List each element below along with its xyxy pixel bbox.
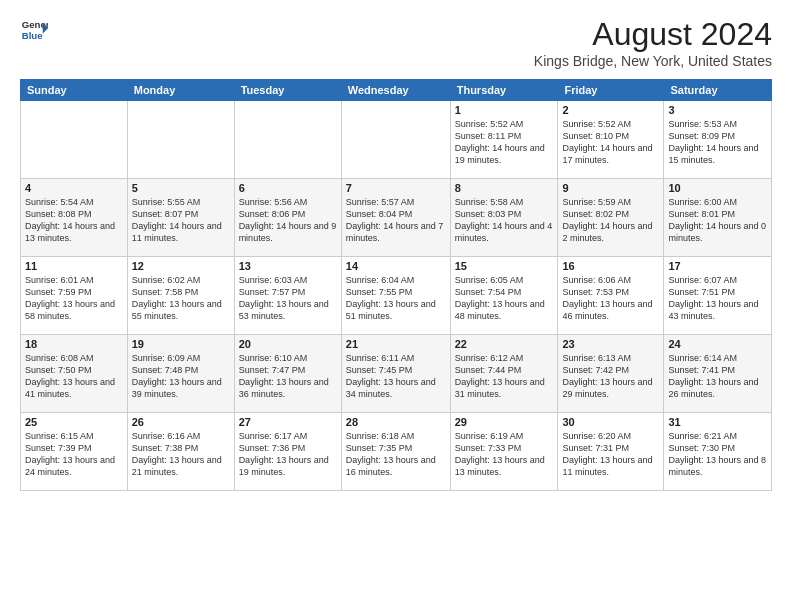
- day-info: Sunrise: 6:18 AM Sunset: 7:35 PM Dayligh…: [346, 430, 446, 479]
- calendar-cell: 6Sunrise: 5:56 AM Sunset: 8:06 PM Daylig…: [234, 179, 341, 257]
- day-number: 2: [562, 104, 659, 116]
- day-info: Sunrise: 6:00 AM Sunset: 8:01 PM Dayligh…: [668, 196, 767, 245]
- header-friday: Friday: [558, 80, 664, 101]
- day-number: 6: [239, 182, 337, 194]
- day-number: 10: [668, 182, 767, 194]
- day-number: 11: [25, 260, 123, 272]
- logo-icon: General Blue: [20, 16, 48, 44]
- calendar-cell: 18Sunrise: 6:08 AM Sunset: 7:50 PM Dayli…: [21, 335, 128, 413]
- svg-text:Blue: Blue: [22, 30, 43, 41]
- day-number: 23: [562, 338, 659, 350]
- day-info: Sunrise: 5:55 AM Sunset: 8:07 PM Dayligh…: [132, 196, 230, 245]
- calendar-cell: 13Sunrise: 6:03 AM Sunset: 7:57 PM Dayli…: [234, 257, 341, 335]
- day-number: 9: [562, 182, 659, 194]
- calendar-cell: 10Sunrise: 6:00 AM Sunset: 8:01 PM Dayli…: [664, 179, 772, 257]
- calendar-cell: 14Sunrise: 6:04 AM Sunset: 7:55 PM Dayli…: [341, 257, 450, 335]
- calendar-cell: 28Sunrise: 6:18 AM Sunset: 7:35 PM Dayli…: [341, 413, 450, 491]
- calendar-cell: 19Sunrise: 6:09 AM Sunset: 7:48 PM Dayli…: [127, 335, 234, 413]
- calendar-cell: 21Sunrise: 6:11 AM Sunset: 7:45 PM Dayli…: [341, 335, 450, 413]
- day-info: Sunrise: 6:16 AM Sunset: 7:38 PM Dayligh…: [132, 430, 230, 479]
- day-info: Sunrise: 6:01 AM Sunset: 7:59 PM Dayligh…: [25, 274, 123, 323]
- calendar-cell: 8Sunrise: 5:58 AM Sunset: 8:03 PM Daylig…: [450, 179, 558, 257]
- calendar-cell: 12Sunrise: 6:02 AM Sunset: 7:58 PM Dayli…: [127, 257, 234, 335]
- day-info: Sunrise: 5:54 AM Sunset: 8:08 PM Dayligh…: [25, 196, 123, 245]
- calendar-cell: 25Sunrise: 6:15 AM Sunset: 7:39 PM Dayli…: [21, 413, 128, 491]
- day-info: Sunrise: 6:12 AM Sunset: 7:44 PM Dayligh…: [455, 352, 554, 401]
- header-sunday: Sunday: [21, 80, 128, 101]
- calendar-cell: [234, 101, 341, 179]
- header: General Blue August 2024 Kings Bridge, N…: [20, 16, 772, 69]
- calendar-cell: [341, 101, 450, 179]
- weekday-header-row: Sunday Monday Tuesday Wednesday Thursday…: [21, 80, 772, 101]
- location: Kings Bridge, New York, United States: [534, 53, 772, 69]
- calendar-cell: 23Sunrise: 6:13 AM Sunset: 7:42 PM Dayli…: [558, 335, 664, 413]
- day-info: Sunrise: 6:03 AM Sunset: 7:57 PM Dayligh…: [239, 274, 337, 323]
- day-number: 31: [668, 416, 767, 428]
- calendar-cell: 24Sunrise: 6:14 AM Sunset: 7:41 PM Dayli…: [664, 335, 772, 413]
- day-info: Sunrise: 6:06 AM Sunset: 7:53 PM Dayligh…: [562, 274, 659, 323]
- day-number: 27: [239, 416, 337, 428]
- calendar-cell: 16Sunrise: 6:06 AM Sunset: 7:53 PM Dayli…: [558, 257, 664, 335]
- calendar-cell: 30Sunrise: 6:20 AM Sunset: 7:31 PM Dayli…: [558, 413, 664, 491]
- day-number: 1: [455, 104, 554, 116]
- day-info: Sunrise: 5:58 AM Sunset: 8:03 PM Dayligh…: [455, 196, 554, 245]
- calendar-cell: 29Sunrise: 6:19 AM Sunset: 7:33 PM Dayli…: [450, 413, 558, 491]
- calendar-cell: 4Sunrise: 5:54 AM Sunset: 8:08 PM Daylig…: [21, 179, 128, 257]
- day-info: Sunrise: 6:02 AM Sunset: 7:58 PM Dayligh…: [132, 274, 230, 323]
- day-number: 20: [239, 338, 337, 350]
- day-number: 12: [132, 260, 230, 272]
- day-number: 15: [455, 260, 554, 272]
- day-number: 18: [25, 338, 123, 350]
- day-info: Sunrise: 5:57 AM Sunset: 8:04 PM Dayligh…: [346, 196, 446, 245]
- day-number: 5: [132, 182, 230, 194]
- calendar-cell: 2Sunrise: 5:52 AM Sunset: 8:10 PM Daylig…: [558, 101, 664, 179]
- day-info: Sunrise: 5:59 AM Sunset: 8:02 PM Dayligh…: [562, 196, 659, 245]
- day-number: 29: [455, 416, 554, 428]
- calendar-cell: 1Sunrise: 5:52 AM Sunset: 8:11 PM Daylig…: [450, 101, 558, 179]
- day-info: Sunrise: 6:14 AM Sunset: 7:41 PM Dayligh…: [668, 352, 767, 401]
- day-info: Sunrise: 6:15 AM Sunset: 7:39 PM Dayligh…: [25, 430, 123, 479]
- header-saturday: Saturday: [664, 80, 772, 101]
- page: General Blue August 2024 Kings Bridge, N…: [0, 0, 792, 612]
- day-info: Sunrise: 6:13 AM Sunset: 7:42 PM Dayligh…: [562, 352, 659, 401]
- day-number: 24: [668, 338, 767, 350]
- calendar-cell: 3Sunrise: 5:53 AM Sunset: 8:09 PM Daylig…: [664, 101, 772, 179]
- day-info: Sunrise: 6:07 AM Sunset: 7:51 PM Dayligh…: [668, 274, 767, 323]
- day-info: Sunrise: 6:17 AM Sunset: 7:36 PM Dayligh…: [239, 430, 337, 479]
- day-info: Sunrise: 6:20 AM Sunset: 7:31 PM Dayligh…: [562, 430, 659, 479]
- day-info: Sunrise: 6:09 AM Sunset: 7:48 PM Dayligh…: [132, 352, 230, 401]
- calendar-cell: [127, 101, 234, 179]
- day-info: Sunrise: 5:52 AM Sunset: 8:11 PM Dayligh…: [455, 118, 554, 167]
- day-number: 16: [562, 260, 659, 272]
- title-block: August 2024 Kings Bridge, New York, Unit…: [534, 16, 772, 69]
- day-info: Sunrise: 5:52 AM Sunset: 8:10 PM Dayligh…: [562, 118, 659, 167]
- logo: General Blue: [20, 16, 48, 44]
- header-thursday: Thursday: [450, 80, 558, 101]
- day-number: 8: [455, 182, 554, 194]
- day-number: 4: [25, 182, 123, 194]
- day-info: Sunrise: 5:53 AM Sunset: 8:09 PM Dayligh…: [668, 118, 767, 167]
- day-info: Sunrise: 6:21 AM Sunset: 7:30 PM Dayligh…: [668, 430, 767, 479]
- day-number: 25: [25, 416, 123, 428]
- day-info: Sunrise: 6:04 AM Sunset: 7:55 PM Dayligh…: [346, 274, 446, 323]
- day-number: 22: [455, 338, 554, 350]
- calendar-cell: 17Sunrise: 6:07 AM Sunset: 7:51 PM Dayli…: [664, 257, 772, 335]
- day-info: Sunrise: 6:19 AM Sunset: 7:33 PM Dayligh…: [455, 430, 554, 479]
- day-number: 28: [346, 416, 446, 428]
- header-wednesday: Wednesday: [341, 80, 450, 101]
- calendar-cell: 9Sunrise: 5:59 AM Sunset: 8:02 PM Daylig…: [558, 179, 664, 257]
- day-number: 3: [668, 104, 767, 116]
- header-monday: Monday: [127, 80, 234, 101]
- day-info: Sunrise: 6:11 AM Sunset: 7:45 PM Dayligh…: [346, 352, 446, 401]
- calendar-cell: 31Sunrise: 6:21 AM Sunset: 7:30 PM Dayli…: [664, 413, 772, 491]
- day-number: 30: [562, 416, 659, 428]
- day-number: 13: [239, 260, 337, 272]
- calendar-cell: 11Sunrise: 6:01 AM Sunset: 7:59 PM Dayli…: [21, 257, 128, 335]
- calendar-cell: [21, 101, 128, 179]
- calendar-cell: 27Sunrise: 6:17 AM Sunset: 7:36 PM Dayli…: [234, 413, 341, 491]
- day-info: Sunrise: 5:56 AM Sunset: 8:06 PM Dayligh…: [239, 196, 337, 245]
- calendar-cell: 7Sunrise: 5:57 AM Sunset: 8:04 PM Daylig…: [341, 179, 450, 257]
- day-info: Sunrise: 6:08 AM Sunset: 7:50 PM Dayligh…: [25, 352, 123, 401]
- header-tuesday: Tuesday: [234, 80, 341, 101]
- calendar-cell: 26Sunrise: 6:16 AM Sunset: 7:38 PM Dayli…: [127, 413, 234, 491]
